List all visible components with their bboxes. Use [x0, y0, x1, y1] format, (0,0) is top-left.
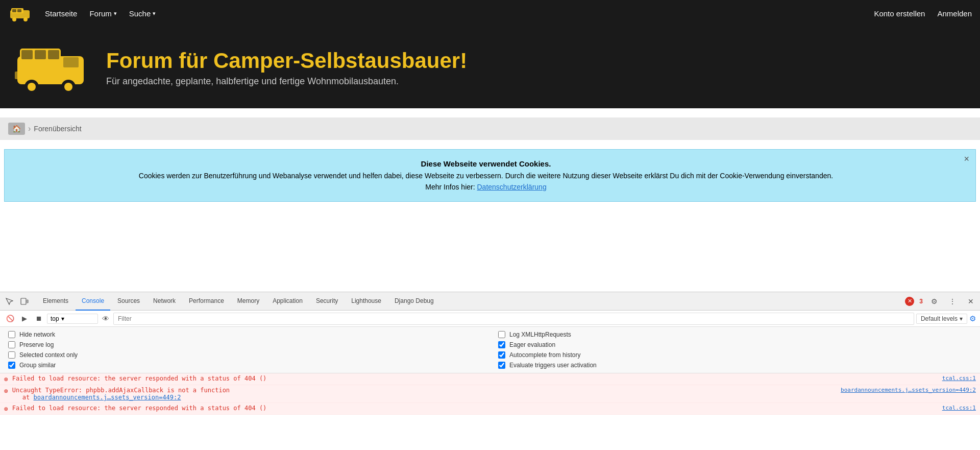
error-sub-link-1[interactable]: boardannouncements.j…ssets_version=449:2 [34, 394, 181, 401]
error-icon-0: ⊗ [4, 375, 8, 383]
tab-network[interactable]: Network [147, 292, 182, 311]
nav-suche[interactable]: Suche ▾ [129, 9, 156, 18]
devtools-tabs-right: ✕ 3 ⚙ ⋮ ✕ [905, 294, 978, 309]
context-selector[interactable]: top ▾ [47, 314, 98, 324]
console-stop-button[interactable]: ⏹ [33, 313, 45, 325]
hide-network-label[interactable]: Hide network [8, 331, 482, 338]
eager-eval-checkbox[interactable] [498, 341, 505, 348]
log-xhr-label[interactable]: Log XMLHttpRequests [498, 331, 972, 338]
selected-ctx-label[interactable]: Selected context only [8, 351, 482, 359]
error-source-0[interactable]: tcal.css:1 [942, 375, 976, 382]
tab-sources[interactable]: Sources [111, 292, 146, 311]
banner-subtitle: Für angedachte, geplante, halbfertige un… [106, 76, 467, 87]
console-error-row-1: ⊗ Uncaught TypeError: phpbb.addAjaxCallb… [0, 385, 980, 403]
tab-application[interactable]: Application [266, 292, 309, 311]
datenschutz-link[interactable]: Datenschutzerklärung [477, 183, 546, 191]
error-block-1: Uncaught TypeError: phpbb.addAjaxCallbac… [12, 387, 976, 401]
suche-arrow-icon: ▾ [153, 10, 156, 17]
group-similar-checkbox[interactable] [8, 362, 15, 369]
context-arrow-icon: ▾ [61, 315, 64, 322]
console-play-button[interactable]: ▶ [18, 313, 31, 325]
tab-elements[interactable]: Elements [37, 292, 75, 311]
svg-point-17 [64, 83, 72, 91]
inspect-element-button[interactable] [2, 294, 16, 309]
tab-security[interactable]: Security [310, 292, 344, 311]
cookie-title: Diese Webseite verwendet Cookies. [17, 158, 955, 170]
error-text-0: Failed to load resource: the server resp… [12, 375, 942, 382]
svg-rect-13 [63, 57, 79, 67]
error-text-1: Uncaught TypeError: phpbb.addAjaxCallbac… [12, 387, 841, 394]
breadcrumb-separator: › [28, 124, 31, 133]
nav-links: Startseite Forum ▾ Suche ▾ [45, 9, 862, 18]
error-source-2[interactable]: tcal.css:1 [942, 405, 976, 411]
breadcrumb: 🏠 › Forenübersicht [0, 117, 980, 140]
autocomplete-text: Autocomplete from history [509, 351, 580, 359]
selected-ctx-checkbox[interactable] [8, 351, 15, 359]
console-error-row-0: ⊗ Failed to load resource: the server re… [0, 373, 980, 385]
clear-console-button[interactable]: 🚫 [4, 313, 16, 325]
breadcrumb-home-icon[interactable]: 🏠 [8, 123, 25, 135]
anmelden-link[interactable]: Anmelden [937, 9, 972, 18]
error-source-1[interactable]: boardannouncements.j…ssets_version=449:2 [841, 387, 976, 394]
default-levels-selector[interactable]: Default levels ▾ [916, 314, 967, 324]
devtools-close-button[interactable]: ✕ [964, 294, 978, 309]
svg-point-15 [28, 83, 36, 91]
cookie-link-line: Mehr Infos hier: Datenschutzerklärung [17, 181, 955, 193]
devtools-content: 🚫 ▶ ⏹ top ▾ 👁 Default levels ▾ ⚙ Hide ne… [0, 311, 980, 450]
tab-lighthouse[interactable]: Lighthouse [345, 292, 387, 311]
svg-point-3 [12, 17, 16, 21]
tab-memory[interactable]: Memory [231, 292, 265, 311]
console-output: ⊗ Failed to load resource: the server re… [0, 373, 980, 450]
eval-triggers-label[interactable]: Evaluate triggers user activation [498, 362, 972, 369]
group-similar-label[interactable]: Group similar [8, 362, 482, 369]
console-settings-gear-icon[interactable]: ⚙ [969, 314, 976, 323]
console-settings-panel: Hide network Log XMLHttpRequests Preserv… [0, 327, 980, 373]
error-icon-1: ⊗ [4, 387, 8, 395]
group-similar-text: Group similar [19, 362, 56, 369]
eval-triggers-text: Evaluate triggers user activation [509, 362, 597, 369]
svg-point-4 [23, 17, 28, 21]
konto-erstellen-link[interactable]: Konto erstellen [874, 9, 925, 18]
cookie-body: Cookies werden zur Benutzerführung und W… [17, 170, 955, 181]
nav-startseite[interactable]: Startseite [45, 9, 77, 18]
svg-rect-5 [12, 9, 16, 12]
svg-rect-11 [35, 50, 46, 59]
levels-label: Default levels [921, 315, 958, 322]
devtools-tabs-bar: Elements Console Sources Network Perform… [0, 292, 980, 311]
preserve-log-text: Preserve log [19, 341, 54, 348]
preserve-log-checkbox[interactable] [8, 341, 15, 348]
levels-arrow-icon: ▾ [960, 315, 963, 322]
error-line-1: Uncaught TypeError: phpbb.addAjaxCallbac… [12, 387, 976, 394]
autocomplete-checkbox[interactable] [498, 351, 505, 359]
console-error-row-2: ⊗ Failed to load resource: the server re… [0, 403, 980, 415]
cookie-close-button[interactable]: × [964, 154, 969, 164]
error-badge-icon: ✕ [905, 297, 914, 306]
tab-django-debug[interactable]: Django Debug [388, 292, 440, 311]
eval-triggers-checkbox[interactable] [498, 362, 505, 369]
log-xhr-text: Log XMLHttpRequests [509, 331, 571, 338]
site-banner: Forum für Camper-Selbstausbauer! Für ang… [0, 27, 980, 108]
devtools-settings-button[interactable]: ⚙ [927, 294, 941, 309]
autocomplete-label[interactable]: Autocomplete from history [498, 351, 972, 359]
log-xhr-checkbox[interactable] [498, 331, 505, 338]
device-toolbar-button[interactable] [17, 294, 32, 309]
hide-network-checkbox[interactable] [8, 331, 15, 338]
error-icon-2: ⊗ [4, 405, 8, 413]
nav-right: Konto erstellen Anmelden [874, 9, 972, 18]
cookie-banner: × Diese Webseite verwendet Cookies. Cook… [4, 149, 976, 202]
svg-rect-12 [48, 50, 59, 59]
nav-forum[interactable]: Forum ▾ [89, 9, 116, 18]
tab-performance[interactable]: Performance [183, 292, 230, 311]
breadcrumb-forenubersicht[interactable]: Forenübersicht [34, 125, 81, 133]
site-logo [8, 3, 33, 23]
devtools-more-button[interactable]: ⋮ [945, 294, 960, 309]
preserve-log-label[interactable]: Preserve log [8, 341, 482, 348]
banner-logo [12, 36, 94, 99]
tab-console[interactable]: Console [76, 292, 110, 311]
devtools-tab-icons [2, 294, 32, 309]
eager-eval-text: Eager evaluation [509, 341, 555, 348]
error-count: 3 [919, 298, 923, 305]
console-filter-input[interactable] [113, 313, 914, 325]
svg-rect-18 [15, 72, 19, 79]
eager-eval-label[interactable]: Eager evaluation [498, 341, 972, 348]
